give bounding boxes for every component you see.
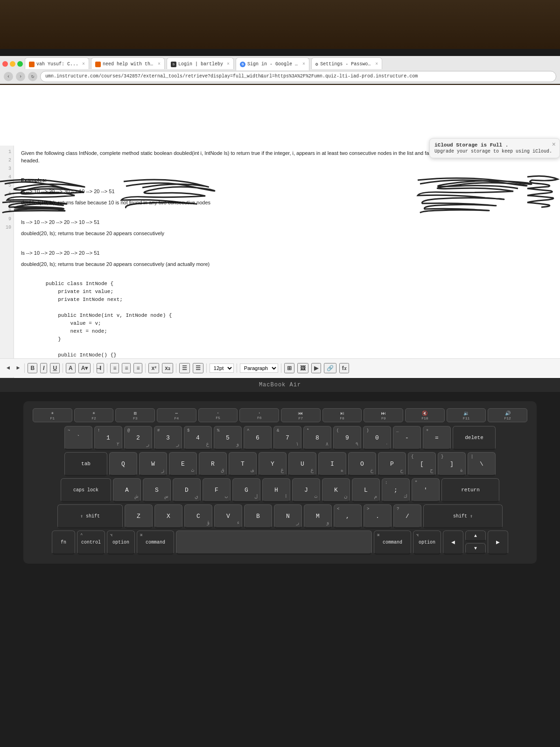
key-slash[interactable]: ? / bbox=[393, 504, 421, 529]
media-button[interactable]: ▶ bbox=[311, 363, 321, 373]
align-left-button[interactable]: ≡ bbox=[110, 363, 119, 373]
key-r[interactable]: R ق bbox=[199, 452, 227, 476]
key-arrow-left[interactable]: ◀ bbox=[443, 531, 463, 555]
bullets-button[interactable]: ☰ bbox=[179, 363, 190, 373]
remove-format-button[interactable]: I̶ bbox=[97, 363, 104, 373]
tab-5[interactable]: ⚙ Settings - Passwords × bbox=[311, 57, 382, 70]
underline-button[interactable]: U bbox=[50, 363, 60, 373]
key-k[interactable]: K ن bbox=[322, 478, 350, 503]
key-delete[interactable]: delete bbox=[453, 426, 496, 450]
icloud-close-button[interactable]: × bbox=[552, 141, 556, 148]
key-4[interactable]: $ 4 ع bbox=[184, 426, 212, 450]
key-f4[interactable]: ⋯ F4 bbox=[157, 408, 196, 422]
image-button[interactable]: 🖼 bbox=[297, 363, 308, 373]
key-8[interactable]: * 8 ٨ bbox=[303, 426, 331, 450]
align-right-button[interactable]: ≡ bbox=[133, 363, 142, 373]
key-f9[interactable]: ⏭ F9 bbox=[364, 408, 403, 422]
key-backslash[interactable]: | \ bbox=[468, 452, 496, 476]
key-semicolon[interactable]: : ; ك bbox=[382, 478, 410, 503]
key-fn[interactable]: fn bbox=[52, 531, 75, 555]
key-g[interactable]: G ل bbox=[232, 478, 260, 503]
key-e[interactable]: E ث bbox=[169, 452, 197, 476]
align-center-button[interactable]: ≡ bbox=[122, 363, 131, 373]
key-f3[interactable]: ⊞ F3 bbox=[115, 408, 155, 422]
key-2[interactable]: @ 2 ر bbox=[124, 426, 152, 450]
key-y[interactable]: Y غ bbox=[259, 452, 287, 476]
font-size-select[interactable]: 12pt 10pt 14pt 16pt bbox=[210, 363, 234, 373]
nav-forward-btn[interactable]: ► bbox=[14, 364, 21, 372]
window-minimize-button[interactable] bbox=[10, 61, 15, 67]
key-s[interactable]: S س bbox=[143, 478, 171, 503]
link-button[interactable]: 🔗 bbox=[324, 363, 336, 373]
key-tab[interactable]: tab bbox=[64, 452, 107, 476]
key-f[interactable]: F ب bbox=[203, 478, 231, 503]
formula-button[interactable]: f𝑥 bbox=[339, 363, 349, 373]
code-content[interactable]: Given the following class IntNode, compl… bbox=[14, 146, 551, 384]
key-f7[interactable]: ⏮ F7 bbox=[281, 408, 321, 422]
key-m[interactable]: M و bbox=[304, 504, 332, 529]
key-equals[interactable]: + = bbox=[423, 426, 451, 450]
key-l[interactable]: L م bbox=[352, 478, 380, 503]
key-minus[interactable]: _ - bbox=[393, 426, 421, 450]
key-u[interactable]: U ع bbox=[288, 452, 316, 476]
key-a[interactable]: A ش bbox=[113, 478, 141, 503]
key-f2[interactable]: ☀ F2 bbox=[74, 408, 114, 422]
key-6[interactable]: ^ 6 bbox=[244, 426, 272, 450]
key-cmd-right[interactable]: ⌘ command bbox=[374, 531, 411, 555]
tab-1[interactable]: vah Yusuf: C... × bbox=[25, 57, 89, 70]
key-t[interactable]: T ف bbox=[229, 452, 257, 476]
tab2-close[interactable]: × bbox=[158, 62, 161, 67]
key-f1[interactable]: ☀ F1 bbox=[33, 408, 72, 422]
key-arrow-up[interactable]: ▲ bbox=[465, 531, 486, 542]
key-j[interactable]: J ت bbox=[292, 478, 320, 503]
tab3-close[interactable]: × bbox=[227, 62, 230, 67]
key-f11[interactable]: 🔉 F11 bbox=[447, 408, 486, 422]
font-color-button[interactable]: A bbox=[66, 363, 76, 373]
key-w[interactable]: W ز bbox=[139, 452, 167, 476]
key-f6[interactable]: · F6 bbox=[239, 408, 279, 422]
key-f10[interactable]: 🔇 F10 bbox=[405, 408, 445, 422]
key-o[interactable]: O خ bbox=[348, 452, 376, 476]
refresh-button[interactable]: ↻ bbox=[28, 72, 37, 81]
key-3[interactable]: # 3 ر bbox=[154, 426, 182, 450]
key-option-right[interactable]: ⌥ option bbox=[413, 531, 441, 555]
key-f5[interactable]: · F5 bbox=[198, 408, 238, 422]
key-comma[interactable]: < , bbox=[334, 504, 362, 529]
key-ctrl[interactable]: ^ control bbox=[77, 531, 105, 555]
paragraph-select[interactable]: Paragraph Heading 1 Heading 2 bbox=[240, 363, 278, 373]
key-bracket-left[interactable]: { [ ج bbox=[408, 452, 436, 476]
subscript-button[interactable]: x₂ bbox=[162, 363, 173, 373]
key-backtick[interactable]: ~ ` bbox=[64, 426, 92, 450]
key-x[interactable]: X bbox=[154, 504, 182, 529]
tab-3[interactable]: b Login | bartleby × bbox=[167, 57, 234, 70]
key-c[interactable]: C ؤ bbox=[184, 504, 212, 529]
superscript-button[interactable]: x² bbox=[148, 363, 159, 373]
key-0[interactable]: ) 0 ٠ bbox=[363, 426, 391, 450]
font-bg-button[interactable]: A▾ bbox=[78, 363, 91, 373]
back-button[interactable]: ‹ bbox=[4, 72, 13, 81]
key-shift-right[interactable]: shift ⇧ bbox=[423, 504, 503, 529]
forward-button[interactable]: › bbox=[16, 72, 25, 81]
window-close-button[interactable] bbox=[2, 61, 8, 67]
key-q[interactable]: Q bbox=[109, 452, 137, 476]
key-h[interactable]: H ا bbox=[262, 478, 290, 503]
key-z[interactable]: Z bbox=[125, 504, 153, 529]
key-1[interactable]: ! 1 ٢ bbox=[94, 426, 122, 450]
tab4-close[interactable]: × bbox=[302, 62, 305, 67]
key-n[interactable]: N ر bbox=[274, 504, 302, 529]
table-button[interactable]: ⊞ bbox=[284, 363, 294, 373]
key-b[interactable]: B bbox=[244, 504, 272, 529]
tab-2[interactable]: need help with this one. th... × bbox=[91, 57, 165, 70]
key-arrow-right[interactable]: ▶ bbox=[488, 531, 508, 555]
key-p[interactable]: P ح bbox=[378, 452, 406, 476]
key-option-left[interactable]: ⌥ option bbox=[107, 531, 135, 555]
key-space[interactable] bbox=[176, 531, 372, 555]
key-quote[interactable]: " ' bbox=[412, 478, 440, 503]
key-7[interactable]: & 7 ١ bbox=[273, 426, 301, 450]
key-v[interactable]: V ء bbox=[214, 504, 242, 529]
nav-back-btn[interactable]: ◄ bbox=[5, 364, 12, 372]
key-shift-left[interactable]: ⇧ shift bbox=[57, 504, 123, 529]
key-period[interactable]: > . bbox=[364, 504, 392, 529]
key-5[interactable]: % 5 و bbox=[214, 426, 242, 450]
tab1-close[interactable]: × bbox=[82, 62, 85, 67]
